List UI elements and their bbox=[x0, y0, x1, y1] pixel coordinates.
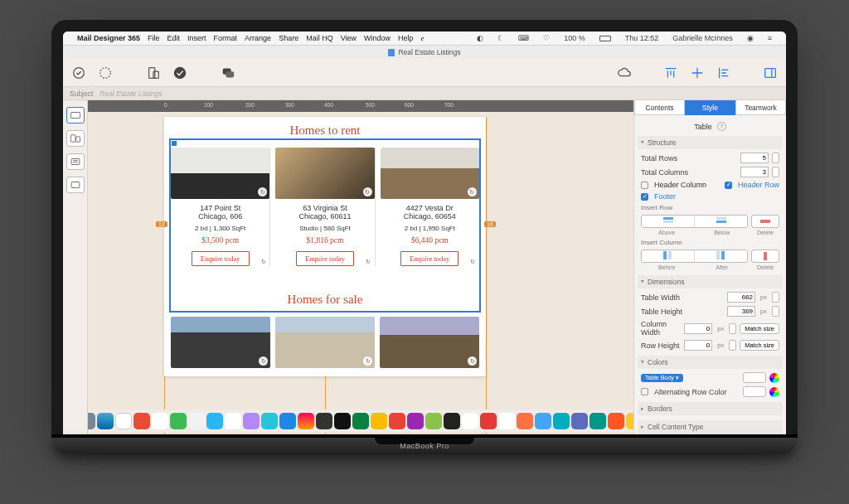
stepper-icon[interactable] bbox=[729, 323, 736, 334]
enquire-button[interactable]: Enquire today bbox=[400, 251, 458, 266]
spotlight-icon[interactable]: ◉ bbox=[747, 34, 754, 42]
dock-app-icon[interactable] bbox=[243, 413, 260, 429]
subject-input[interactable]: Real Estate Listings bbox=[99, 90, 162, 98]
align-center-icon[interactable] bbox=[690, 65, 705, 80]
inspector-toggle-icon[interactable] bbox=[763, 65, 778, 80]
listing-card[interactable]: ↻ bbox=[380, 317, 479, 368]
menu-help[interactable]: Help bbox=[398, 34, 414, 42]
refresh-icon[interactable]: ↻ bbox=[259, 257, 268, 266]
dock-app-icon[interactable] bbox=[97, 413, 114, 429]
segment-insert-row[interactable] bbox=[641, 215, 748, 228]
section-cell-content[interactable]: Cell Content Type bbox=[638, 420, 783, 434]
email-page[interactable]: Homes to rent ↻ 147 Point StChicago, 606… bbox=[164, 117, 486, 376]
enquire-button[interactable]: Enquire today bbox=[296, 251, 354, 266]
listing-card[interactable]: ↻ bbox=[171, 317, 270, 368]
section-structure[interactable]: Structure bbox=[638, 136, 783, 149]
insert-above-button[interactable] bbox=[642, 216, 695, 227]
dock-app-icon[interactable] bbox=[334, 413, 351, 429]
stepper-icon[interactable] bbox=[772, 153, 779, 163]
stepper-icon[interactable] bbox=[772, 306, 779, 317]
dock-app-icon[interactable] bbox=[279, 413, 296, 429]
refresh-icon[interactable]: ↻ bbox=[363, 356, 372, 366]
checkbox-footer[interactable] bbox=[641, 193, 648, 201]
stepper-icon[interactable] bbox=[772, 167, 779, 177]
section-dimensions[interactable]: Dimensions bbox=[638, 275, 783, 288]
menu-script-icon[interactable]: e bbox=[421, 34, 424, 42]
refresh-icon[interactable]: ↻ bbox=[363, 187, 372, 196]
enquire-button[interactable]: Enquire today bbox=[192, 251, 250, 266]
refresh-icon[interactable]: ↻ bbox=[468, 257, 478, 266]
section-title-rent[interactable]: Homes to rent bbox=[164, 117, 486, 144]
dock-app-icon[interactable] bbox=[206, 413, 223, 429]
input-table-height[interactable] bbox=[727, 306, 755, 317]
dock-app-icon[interactable] bbox=[371, 413, 387, 429]
dock-app-icon[interactable] bbox=[225, 413, 241, 429]
checkbox-header-col[interactable] bbox=[641, 182, 648, 189]
dock-app-icon[interactable] bbox=[517, 413, 533, 429]
refresh-icon[interactable]: ↻ bbox=[258, 187, 267, 196]
layout-desktop-icon[interactable] bbox=[66, 107, 85, 124]
dock-app-icon[interactable] bbox=[498, 413, 515, 429]
layout-devices-icon[interactable] bbox=[66, 130, 85, 147]
comments-icon[interactable] bbox=[221, 65, 235, 80]
menu-arrange[interactable]: Arrange bbox=[245, 34, 271, 42]
layout-text-icon[interactable] bbox=[66, 153, 85, 170]
section-borders[interactable]: Borders bbox=[638, 402, 783, 415]
send-test-icon[interactable] bbox=[71, 65, 86, 80]
insert-below-button[interactable] bbox=[695, 216, 747, 227]
input-table-width[interactable] bbox=[727, 292, 755, 303]
tab-style[interactable]: Style bbox=[685, 100, 735, 115]
align-top-icon[interactable] bbox=[663, 65, 678, 80]
color-picker-icon[interactable] bbox=[769, 387, 779, 397]
keyboard-icon[interactable]: ⌨ bbox=[518, 34, 529, 42]
refresh-icon[interactable]: ↻ bbox=[468, 187, 477, 196]
table-body-dropdown[interactable]: Table Body ▾ bbox=[641, 374, 683, 382]
dock-app-icon[interactable] bbox=[589, 413, 606, 429]
dock-app-icon[interactable] bbox=[462, 413, 478, 429]
dock-app-icon[interactable] bbox=[407, 413, 424, 429]
status-icon[interactable]: ◐ bbox=[477, 34, 483, 42]
menu-view[interactable]: View bbox=[341, 34, 357, 42]
dock-app-icon[interactable] bbox=[88, 413, 95, 429]
stepper-icon[interactable] bbox=[729, 340, 736, 351]
dock-app-icon[interactable] bbox=[152, 413, 168, 429]
color-swatch[interactable] bbox=[743, 372, 766, 383]
delete-row-button[interactable] bbox=[751, 215, 779, 228]
listing-image[interactable]: ↻ bbox=[171, 317, 270, 368]
section-title-sale[interactable]: Homes for sale bbox=[164, 286, 486, 313]
segment-insert-col[interactable] bbox=[641, 250, 748, 263]
listing-image[interactable]: ↻ bbox=[275, 317, 375, 368]
menu-edit[interactable]: Edit bbox=[167, 34, 181, 42]
dock-app-icon[interactable] bbox=[261, 413, 278, 429]
dock-app-icon[interactable] bbox=[425, 413, 442, 429]
dock-app-icon[interactable] bbox=[115, 413, 132, 429]
canvas[interactable]: 0 100 200 300 400 500 600 700 Homes to r… bbox=[88, 100, 633, 434]
listing-card[interactable]: ↻ 63 Virginia StChicago, 60611 Studio | … bbox=[275, 148, 375, 266]
stepper-icon[interactable] bbox=[772, 292, 779, 303]
dock-app-icon[interactable] bbox=[553, 413, 570, 429]
dock-app-icon[interactable] bbox=[480, 413, 497, 429]
check-icon[interactable] bbox=[172, 65, 187, 80]
menu-insert[interactable]: Insert bbox=[187, 34, 206, 42]
listing-card[interactable]: ↻ 147 Point StChicago, 606 2 bd | 1,300 … bbox=[171, 148, 270, 266]
battery-bar-icon[interactable] bbox=[599, 36, 611, 41]
delete-col-button[interactable] bbox=[751, 250, 779, 263]
layout-image-icon[interactable] bbox=[66, 177, 85, 193]
help-icon[interactable]: ? bbox=[717, 122, 726, 131]
dock-app-icon[interactable] bbox=[188, 413, 205, 429]
checkbox-header-row[interactable] bbox=[725, 182, 732, 189]
color-swatch[interactable] bbox=[743, 386, 766, 397]
dock-app-icon[interactable] bbox=[608, 413, 624, 429]
battery-icon[interactable]: ♡ bbox=[543, 34, 550, 42]
dock-app-icon[interactable] bbox=[626, 413, 633, 429]
dock-app-icon[interactable] bbox=[535, 413, 551, 429]
user-name[interactable]: Gabrielle McInnes bbox=[672, 34, 733, 42]
listing-image[interactable]: ↻ bbox=[275, 148, 374, 199]
menu-share[interactable]: Share bbox=[279, 34, 298, 42]
dock-app-icon[interactable] bbox=[389, 413, 405, 429]
dock-app-icon[interactable] bbox=[571, 413, 588, 429]
listing-image[interactable]: ↻ bbox=[380, 317, 479, 368]
insert-after-button[interactable] bbox=[695, 250, 747, 262]
refresh-icon[interactable]: ↻ bbox=[468, 356, 477, 366]
listing-image[interactable]: ↻ bbox=[381, 148, 479, 199]
